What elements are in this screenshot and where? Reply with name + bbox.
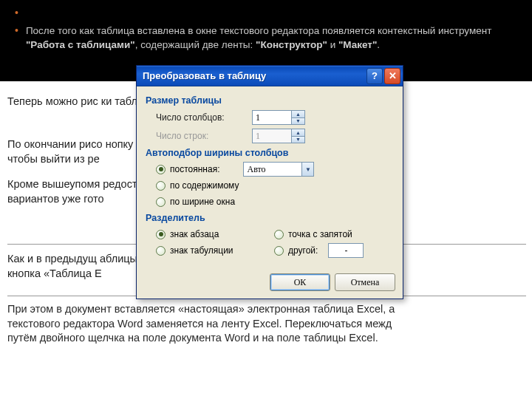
- label-tab: знак табуляции: [170, 245, 233, 256]
- section-autofit: Автоподбор ширины столбцов: [146, 148, 394, 158]
- label-paragraph: знак абзаца: [170, 229, 219, 239]
- dialog-title: Преобразовать в таблицу: [143, 70, 366, 81]
- label-fixed: постоянная:: [170, 164, 219, 174]
- row-columns: Число столбцов: ▲ ▼: [156, 109, 394, 126]
- radio-other[interactable]: другой:: [274, 242, 392, 259]
- input-other-char-wrap[interactable]: [328, 243, 364, 258]
- ok-button[interactable]: ОК: [270, 273, 330, 291]
- input-fixed-width[interactable]: [244, 163, 301, 176]
- question-icon: ?: [372, 70, 378, 81]
- radio-paragraph[interactable]: знак абзаца: [156, 226, 274, 242]
- row-rows: Число строк: ▲ ▼: [156, 127, 394, 145]
- close-button[interactable]: ✕: [384, 68, 400, 84]
- spinner-rows: ▲ ▼: [252, 129, 305, 143]
- radio-fixed-width[interactable]: постоянная: ▼: [156, 161, 394, 177]
- label-by-content: по содержимому: [170, 180, 239, 191]
- spin-down-icon: ▼: [292, 136, 304, 143]
- radio-icon[interactable]: [274, 230, 284, 239]
- radio-tab[interactable]: знак табуляции: [156, 242, 274, 259]
- label-columns: Число столбцов:: [156, 112, 252, 123]
- radio-by-window[interactable]: по ширине окна: [156, 194, 394, 210]
- embedded-screenshot: Теперь можно рис ки таблиц По окончании …: [0, 81, 532, 399]
- dialog-titlebar[interactable]: Преобразовать в таблицу ? ✕: [137, 66, 403, 86]
- chevron-down-icon[interactable]: ▼: [301, 163, 313, 176]
- slide-text: • • После того как таблица вставлена в о…: [0, 0, 532, 66]
- radio-icon[interactable]: [156, 181, 166, 191]
- spin-up-icon[interactable]: ▲: [292, 111, 304, 117]
- label-rows: Число строк:: [156, 131, 252, 141]
- dialog-buttons: ОК Отмена: [137, 266, 403, 299]
- radio-icon[interactable]: [156, 197, 166, 207]
- bullet-item: •: [15, 6, 517, 21]
- radio-by-content[interactable]: по содержимому: [156, 177, 394, 194]
- label-semicolon: точка с запятой: [288, 229, 352, 239]
- dialog-body: Размер таблицы Число столбцов: ▲ ▼ Число…: [137, 86, 403, 266]
- input-rows: [253, 129, 291, 143]
- separator-options: знак абзаца точка с запятой знак табуляц…: [156, 226, 394, 259]
- close-icon: ✕: [389, 70, 397, 81]
- help-button[interactable]: ?: [366, 68, 383, 84]
- spinner-columns[interactable]: ▲ ▼: [252, 110, 305, 125]
- bullet-item: • После того как таблица вставлена в окн…: [15, 24, 517, 52]
- bullet-icon: •: [15, 24, 18, 38]
- dialog-convert-to-table: Преобразовать в таблицу ? ✕ Размер табли…: [136, 65, 403, 299]
- input-other-char[interactable]: [329, 245, 363, 256]
- spin-up-icon: ▲: [292, 129, 304, 136]
- radio-icon[interactable]: [156, 246, 166, 256]
- combo-fixed-width[interactable]: ▼: [243, 162, 314, 177]
- slide: • • После того как таблица вставлена в о…: [0, 0, 532, 399]
- cancel-button[interactable]: Отмена: [335, 273, 395, 291]
- bullet-text: После того как таблица вставлена в окне …: [26, 24, 517, 52]
- bg-paragraph: При этом в документ вставляется «настоящ…: [7, 296, 526, 346]
- label-other: другой:: [288, 245, 318, 256]
- spin-down-icon[interactable]: ▼: [292, 117, 304, 125]
- section-separator: Разделитель: [146, 213, 394, 223]
- radio-icon[interactable]: [156, 165, 166, 174]
- bullet-icon: •: [15, 6, 18, 21]
- radio-icon[interactable]: [156, 230, 166, 239]
- radio-semicolon[interactable]: точка с запятой: [274, 226, 392, 242]
- input-columns[interactable]: [253, 111, 291, 124]
- radio-icon[interactable]: [274, 246, 284, 256]
- label-by-window: по ширине окна: [170, 197, 235, 207]
- section-table-size: Размер таблицы: [146, 95, 394, 106]
